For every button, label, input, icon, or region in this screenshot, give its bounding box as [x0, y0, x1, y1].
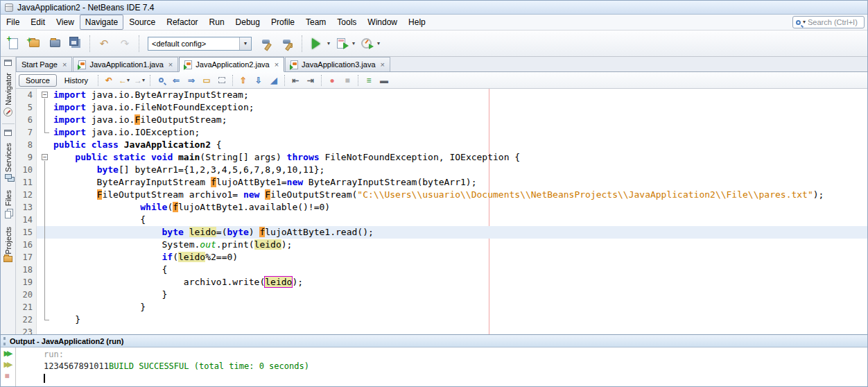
line-number[interactable]: 9 [16, 151, 37, 164]
rerun-button[interactable]: ▶▶ [4, 350, 12, 357]
source-view-button[interactable]: Source [19, 74, 57, 87]
code-line-6[interactable]: 6import java.io.FileOutputStream; [16, 114, 867, 126]
tab-close-icon[interactable]: × [273, 61, 279, 69]
back-button[interactable]: ←▾ [117, 74, 131, 87]
shift-left-button[interactable]: ⇤ [288, 74, 302, 87]
run-project-button[interactable] [306, 34, 326, 53]
code-line-12[interactable]: 12 FileOutputStream archivo1= new FileOu… [16, 189, 867, 201]
line-number[interactable]: 22 [16, 313, 37, 326]
code-line-13[interactable]: 13 while(flujoAttByte1.available()!=0) [16, 201, 867, 214]
menu-tools[interactable]: Tools [331, 15, 362, 30]
tab-javaapplication2-java[interactable]: JavaApplication2.java× [179, 57, 284, 72]
menu-debug[interactable]: Debug [230, 15, 266, 30]
tab-close-icon[interactable]: × [379, 61, 385, 69]
line-number[interactable]: 18 [16, 264, 37, 276]
sidebar-item-files[interactable]: Files [4, 187, 12, 221]
toggle-highlight-button[interactable]: ▭ [200, 74, 214, 87]
configuration-combobox[interactable]: <default config> ▾ [148, 37, 252, 51]
forward-dropdown-icon[interactable]: ▾ [142, 78, 145, 83]
code-line-4[interactable]: 4−import java.io.ByteArrayInputStream; [16, 89, 867, 101]
menu-view[interactable]: View [51, 15, 80, 30]
shift-right-button[interactable]: ⇥ [304, 74, 318, 87]
open-project-button[interactable] [45, 34, 64, 53]
output-console[interactable]: run:1234567891011BUILD SUCCESSFUL (total… [16, 347, 867, 386]
start-macro-button[interactable]: ● [325, 74, 339, 87]
debug-dropdown-icon[interactable]: ▾ [352, 41, 355, 46]
menu-help[interactable]: Help [403, 15, 431, 30]
search-dropdown-icon[interactable]: ▾ [803, 19, 806, 25]
back-dropdown-icon[interactable]: ▾ [127, 78, 130, 83]
search-box[interactable]: ▾ Search (Ctrl+I) [792, 16, 865, 28]
code-line-5[interactable]: 5import java.io.FileNotFoundException; [16, 101, 867, 114]
line-number[interactable]: 19 [16, 276, 37, 289]
tab-javaapplication1-java[interactable]: JavaApplication1.java× [73, 57, 178, 71]
output-header[interactable]: Output - JavaApplication2 (run) [1, 335, 867, 347]
dock-window-icon[interactable] [4, 60, 12, 66]
line-number[interactable]: 12 [16, 189, 37, 201]
comment-button[interactable]: ≡ [362, 74, 376, 87]
menu-navigate[interactable]: Navigate [80, 15, 123, 30]
tab-javaapplication3-java[interactable]: JavaApplication3.java× [285, 57, 390, 71]
line-number[interactable]: 10 [16, 164, 37, 176]
titlebar[interactable]: JavaApplication2 - NetBeans IDE 7.4 [1, 1, 867, 15]
toggle-bookmark-button[interactable]: ◢ [267, 74, 281, 87]
code-editor[interactable]: 4−import java.io.ByteArrayInputStream;5i… [16, 89, 867, 334]
line-number[interactable]: 4 [16, 89, 37, 101]
code-line-23[interactable]: 23 [16, 326, 867, 334]
line-number[interactable]: 21 [16, 301, 37, 313]
debug-project-button[interactable] [331, 34, 351, 53]
history-view-button[interactable]: History [58, 75, 94, 86]
code-line-15[interactable]: 15 byte leido=(byte) flujoAttByte1.read(… [16, 226, 867, 239]
save-all-button[interactable] [66, 34, 85, 53]
line-number[interactable]: 11 [16, 176, 37, 189]
code-line-19[interactable]: 19 archivo1.write(leido); [16, 276, 867, 289]
new-file-button[interactable] [3, 34, 23, 53]
find-button[interactable] [154, 74, 168, 87]
previous-bookmark-button[interactable]: ⇧ [236, 74, 250, 87]
line-number[interactable]: 15 [16, 226, 37, 239]
line-number[interactable]: 7 [16, 126, 37, 139]
profile-dropdown-icon[interactable]: ▾ [377, 41, 380, 46]
code-line-10[interactable]: 10 byte[] byteArr1={1,2,3,4,5,6,7,8,9,10… [16, 164, 867, 176]
tab-start-page[interactable]: Start Page× [16, 57, 72, 71]
uncomment-button[interactable]: ▬ [377, 74, 391, 87]
line-number[interactable]: 13 [16, 201, 37, 214]
menu-refactor[interactable]: Refactor [161, 15, 203, 30]
forward-button[interactable]: →▾ [132, 74, 146, 87]
line-number[interactable]: 14 [16, 214, 37, 226]
stop-button[interactable]: ■ [4, 372, 11, 380]
rectangular-selection-button[interactable] [215, 74, 229, 87]
dock-window-icon[interactable] [4, 130, 12, 136]
line-number[interactable]: 20 [16, 289, 37, 301]
code-line-17[interactable]: 17 if(leido%2==0) [16, 251, 867, 264]
line-number[interactable]: 17 [16, 251, 37, 264]
drag-grip-icon[interactable] [3, 337, 6, 345]
sidebar-item-navigator[interactable]: Navigator [3, 70, 12, 119]
undo-button[interactable]: ↶ [94, 34, 114, 53]
previous-occurrence-button[interactable]: ⇐ [169, 74, 183, 87]
code-line-7[interactable]: 7import java.io.IOException; [16, 126, 867, 139]
stop-macro-button[interactable]: ■ [340, 74, 354, 87]
collapse-minus-icon[interactable]: − [42, 92, 48, 98]
sidebar-item-projects[interactable]: Projects [3, 224, 12, 266]
code-line-22[interactable]: 22 } [16, 313, 867, 326]
line-number[interactable]: 6 [16, 114, 37, 126]
code-line-21[interactable]: 21 } [16, 301, 867, 313]
combobox-dropdown-icon[interactable]: ▾ [239, 37, 251, 50]
menu-source[interactable]: Source [123, 15, 161, 30]
line-number[interactable]: 23 [16, 326, 37, 334]
code-fold-icon[interactable]: − [37, 89, 53, 101]
build-project-button[interactable] [257, 34, 277, 53]
menu-profile[interactable]: Profile [266, 15, 300, 30]
sidebar-item-services[interactable]: Services [4, 140, 12, 184]
redo-button[interactable]: ↷ [115, 34, 134, 53]
run-dropdown-icon[interactable]: ▾ [327, 41, 330, 46]
collapse-minus-icon[interactable]: − [42, 154, 48, 160]
line-number[interactable]: 5 [16, 101, 37, 114]
code-line-9[interactable]: 9− public static void main(String[] args… [16, 151, 867, 164]
code-line-16[interactable]: 16 System.out.print(leido); [16, 239, 867, 251]
menu-team[interactable]: Team [300, 15, 331, 30]
new-project-button[interactable] [24, 34, 44, 53]
line-number[interactable]: 8 [16, 139, 37, 151]
next-bookmark-button[interactable]: ⇩ [252, 74, 266, 87]
